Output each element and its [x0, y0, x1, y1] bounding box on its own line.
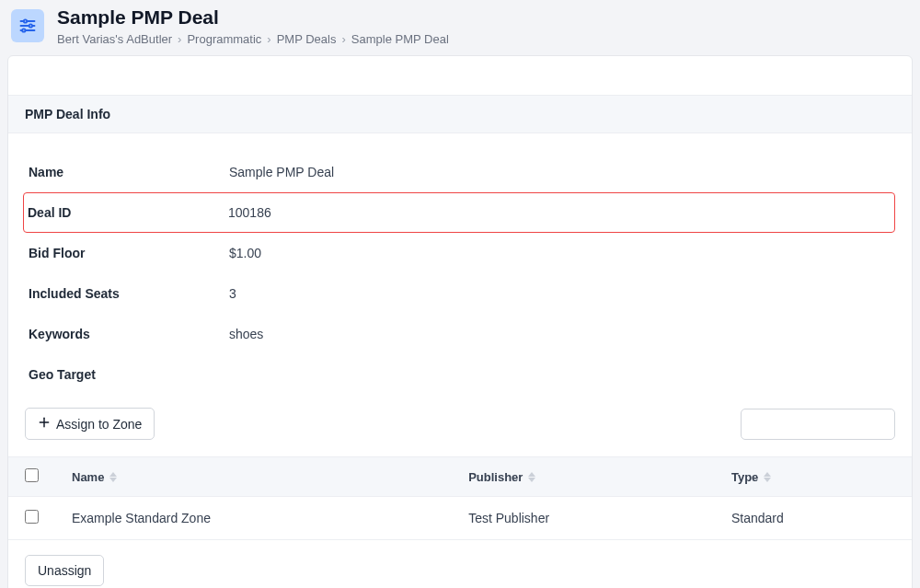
section-title: PMP Deal Info: [8, 95, 912, 133]
info-label: Geo Target: [29, 367, 229, 382]
info-value: $1.00: [229, 246, 261, 260]
info-row-name: Name Sample PMP Deal: [25, 152, 895, 192]
zones-table: Name Publisher: [8, 456, 912, 540]
breadcrumb-item-current: Sample PMP Deal: [351, 32, 449, 46]
column-header-publisher[interactable]: Publisher: [452, 457, 715, 497]
main-card: PMP Deal Info Name Sample PMP Deal Deal …: [7, 55, 913, 588]
chevron-right-icon: ›: [341, 32, 345, 46]
button-label: Assign to Zone: [56, 417, 142, 432]
page-title: Sample PMP Deal: [57, 6, 449, 29]
actions-row: Assign to Zone: [8, 404, 912, 456]
column-label: Name: [72, 470, 104, 484]
info-value: 100186: [228, 205, 271, 220]
column-header-type[interactable]: Type: [715, 457, 912, 497]
info-row-keywords: Keywords shoes: [25, 314, 895, 354]
cell-publisher: Test Publisher: [452, 497, 715, 540]
page-header: Sample PMP Deal Bert Varias's AdButler ›…: [0, 0, 920, 55]
unassign-button[interactable]: Unassign: [25, 555, 104, 586]
breadcrumb-item-programmatic[interactable]: Programmatic: [187, 32, 261, 46]
info-row-included-seats: Included Seats 3: [25, 273, 895, 314]
column-header-name[interactable]: Name: [55, 457, 452, 497]
sort-icon: [528, 472, 535, 482]
svg-point-4: [29, 24, 32, 27]
cell-name: Example Standard Zone: [55, 497, 452, 540]
footer-actions: Unassign: [8, 540, 912, 588]
button-label: Unassign: [38, 563, 91, 578]
info-label: Name: [29, 165, 229, 179]
breadcrumb: Bert Varias's AdButler › Programmatic › …: [57, 32, 449, 46]
plus-icon: [38, 416, 51, 432]
info-row-bid-floor: Bid Floor $1.00: [25, 233, 895, 273]
select-all-checkbox[interactable]: [25, 468, 39, 482]
info-label: Keywords: [29, 327, 229, 341]
table-row[interactable]: Example Standard Zone Test Publisher Sta…: [8, 497, 912, 540]
sort-icon: [109, 472, 117, 482]
info-value: shoes: [229, 327, 263, 341]
settings-sliders-icon: [11, 9, 44, 42]
search-input[interactable]: [741, 409, 895, 440]
assign-to-zone-button[interactable]: Assign to Zone: [25, 408, 155, 440]
chevron-right-icon: ›: [178, 32, 181, 46]
info-label: Deal ID: [28, 205, 228, 220]
row-checkbox[interactable]: [25, 510, 39, 524]
chevron-right-icon: ›: [267, 32, 270, 46]
info-label: Bid Floor: [29, 246, 229, 260]
info-value: Sample PMP Deal: [229, 165, 334, 179]
breadcrumb-item-account[interactable]: Bert Varias's AdButler: [57, 32, 172, 46]
breadcrumb-item-pmp-deals[interactable]: PMP Deals: [277, 32, 337, 46]
info-label: Included Seats: [29, 286, 229, 301]
column-label: Publisher: [468, 470, 523, 484]
info-row-deal-id: Deal ID 100186: [23, 192, 895, 233]
cell-type: Standard: [715, 497, 912, 540]
info-row-geo-target: Geo Target: [25, 354, 895, 395]
svg-point-5: [22, 29, 25, 31]
sort-icon: [764, 472, 771, 482]
svg-point-3: [24, 19, 27, 22]
column-label: Type: [731, 470, 758, 484]
info-value: 3: [229, 286, 236, 301]
deal-info: Name Sample PMP Deal Deal ID 100186 Bid …: [8, 133, 912, 404]
